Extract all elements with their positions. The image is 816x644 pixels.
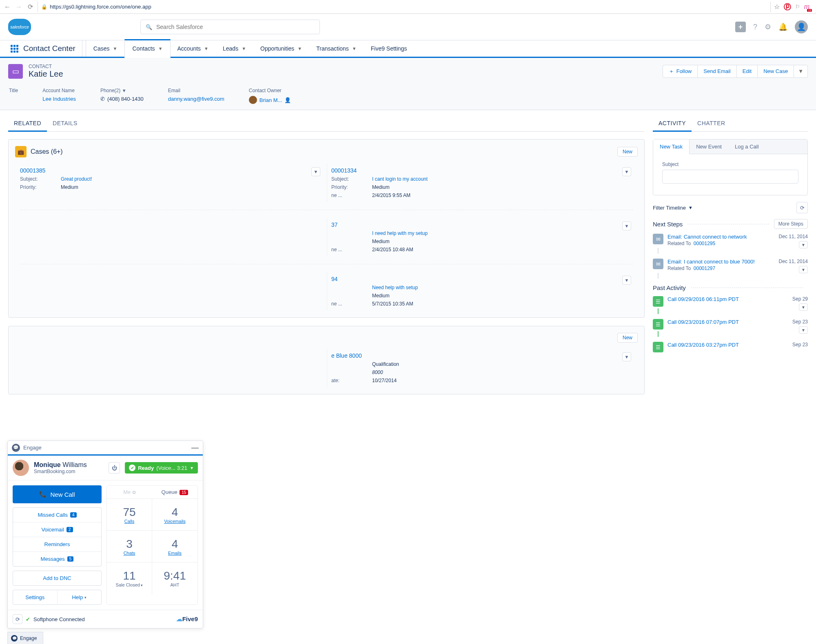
browser-toolbar: ← → ⟳ 🔒 https://gs0.lightning.force.com/…	[0, 0, 816, 14]
related-link[interactable]: 00001295	[694, 241, 715, 246]
url-bar[interactable]: 🔒 https://gs0.lightning.force.com/one/on…	[38, 2, 771, 12]
activity-title-link[interactable]: Call 09/23/2016 03:27pm PDT	[667, 342, 808, 348]
phone-value[interactable]: (408) 840-1430	[107, 96, 144, 102]
contact-object-icon: ▭	[8, 64, 23, 79]
new-case-related-button[interactable]: New	[617, 147, 638, 157]
acttab-new-event[interactable]: New Event	[690, 139, 728, 154]
tab-accounts[interactable]: Accounts▼	[170, 40, 216, 57]
case-item: 94 Need help with setup Medium ne ...5/7…	[331, 276, 633, 307]
case-action-menu[interactable]: ▼	[622, 276, 631, 285]
case-subject-link[interactable]: Great product!	[61, 176, 92, 182]
related-link[interactable]: 00001297	[694, 266, 715, 271]
change-owner-icon[interactable]: 👤	[284, 97, 291, 103]
tab-cases[interactable]: Cases▼	[86, 40, 125, 57]
tab-five9-settings[interactable]: Five9 Settings	[364, 40, 415, 57]
notifications-bell-icon[interactable]: 🔔	[778, 22, 787, 31]
extension-icon[interactable]: ⚐	[795, 4, 800, 10]
activity-menu[interactable]: ▼	[799, 326, 808, 334]
edit-button[interactable]: Edit	[736, 65, 758, 78]
case-number-link[interactable]: 00001385	[20, 167, 45, 174]
subject-input[interactable]	[662, 170, 798, 184]
user-avatar[interactable]: 👤	[795, 20, 808, 33]
activity-item: ☰ Call 09/23/2016 03:27pm PDT Sep 23	[653, 342, 808, 352]
new-case-button[interactable]: New Case	[757, 65, 794, 78]
subject-label: Subject	[662, 162, 798, 167]
activity-menu[interactable]: ▼	[799, 266, 808, 273]
subtab-chatter[interactable]: CHATTER	[692, 116, 731, 131]
owner-link[interactable]: Brian M...	[259, 97, 282, 103]
activity-item: ✉ Email: I cannot connect to blue 7000! …	[653, 259, 808, 271]
app-launcher[interactable]: Contact Center	[4, 40, 82, 57]
subtab-activity[interactable]: ACTIVITY	[653, 116, 692, 132]
reload-icon[interactable]: ⟳	[26, 3, 34, 11]
next-steps-heading: Next Steps	[653, 221, 683, 228]
right-subtabs: ACTIVITY CHATTER	[653, 116, 808, 132]
subtab-related[interactable]: RELATED	[8, 116, 47, 132]
refresh-timeline-button[interactable]: ⟳	[796, 202, 808, 213]
opportunity-item: e Blue 8000 Qualification 8000 ate:10/27…	[331, 352, 633, 383]
global-add-button[interactable]: +	[735, 22, 746, 32]
subtab-details[interactable]: DETAILS	[47, 116, 83, 131]
field-owner: Contact Owner Brian M... 👤	[249, 88, 291, 104]
app-launcher-icon	[11, 45, 18, 53]
case-subject-link[interactable]: I need help with my setup	[372, 230, 428, 236]
chevron-down-icon[interactable]: ▼	[122, 88, 126, 93]
help-icon[interactable]: ?	[753, 23, 757, 31]
search-input[interactable]	[156, 24, 315, 30]
setup-gear-icon[interactable]: ⚙	[765, 22, 771, 31]
account-link[interactable]: Lee Industries	[42, 96, 76, 102]
pinterest-icon[interactable]: ⓟ	[784, 2, 791, 12]
case-action-menu[interactable]: ▼	[622, 167, 631, 176]
opp-action-menu[interactable]: ▼	[622, 352, 631, 361]
forward-icon[interactable]: →	[15, 3, 23, 11]
acttab-new-task[interactable]: New Task	[653, 139, 690, 154]
activity-item: ✉ Email: Cannot connect to network Relat…	[653, 234, 808, 246]
activity-menu[interactable]: ▼	[799, 303, 808, 311]
case-number-link[interactable]: 00001334	[331, 167, 357, 174]
call-log-icon: ☰	[653, 319, 663, 330]
case-item: 00001334 Subject:I cant login to my acco…	[331, 167, 633, 198]
tab-leads[interactable]: Leads▼	[215, 40, 253, 57]
filter-timeline-button[interactable]: Filter Timeline ▼	[653, 205, 693, 211]
owner-avatar-icon	[249, 96, 257, 104]
activity-title-link[interactable]: Call 09/23/2016 07:07pm PDT	[667, 319, 808, 325]
opportunities-panel: New e Blue 8000 Qualification 8000 ate:1…	[8, 326, 645, 394]
activity-menu[interactable]: ▼	[799, 241, 808, 248]
case-number-link[interactable]: 37	[331, 221, 338, 228]
tab-opportunities[interactable]: Opportunities▼	[253, 40, 309, 57]
cases-panel: 💼 Cases (6+) New 00001385 Subject:Great …	[8, 139, 645, 318]
activity-time: Dec 11, 2014	[779, 259, 808, 264]
activity-time: Sep 23	[792, 319, 808, 325]
more-steps-button[interactable]: More Steps	[774, 219, 808, 229]
global-search[interactable]: 🔍	[140, 20, 320, 34]
app-nav-bar: Contact Center Cases▼ Contacts▼ Accounts…	[0, 40, 816, 58]
case-number-link[interactable]: 94	[331, 276, 338, 282]
case-subject-link[interactable]: I cant login to my account	[372, 176, 428, 182]
acttab-log-call[interactable]: Log a Call	[728, 139, 765, 154]
case-action-menu[interactable]: ▼	[622, 221, 631, 230]
new-opp-button[interactable]: New	[617, 333, 638, 343]
email-link[interactable]: danny.wang@five9.com	[168, 96, 224, 102]
lock-icon: 🔒	[41, 4, 47, 10]
phone-icon: ✆	[100, 96, 105, 102]
bookmark-star-icon[interactable]: ☆	[774, 3, 780, 11]
filter-timeline-row: Filter Timeline ▼ ⟳	[653, 202, 808, 213]
app-name: Contact Center	[23, 44, 75, 53]
send-email-button[interactable]: Send Email	[697, 65, 736, 78]
case-subject-link[interactable]: Need help with setup	[372, 285, 418, 290]
activity-title-link[interactable]: Call 09/29/2016 06:11pm PDT	[667, 296, 808, 302]
tab-transactions[interactable]: Transactions▼	[309, 40, 364, 57]
extension-m-icon[interactable]: m13	[804, 3, 809, 11]
opp-name-link[interactable]: e Blue 8000	[331, 352, 362, 359]
activity-item: ☰ Call 09/29/2016 06:11pm PDT Sep 29 ▼	[653, 296, 808, 307]
follow-button[interactable]: ＋Follow	[663, 65, 698, 78]
activity-time: Sep 29	[792, 296, 808, 302]
salesforce-logo-icon[interactable]: salesforce	[8, 19, 31, 35]
chevron-down-icon: ▼	[158, 46, 163, 51]
back-icon[interactable]: ←	[3, 3, 11, 11]
record-actions: ＋Follow Send Email Edit New Case ▼	[663, 65, 808, 78]
more-actions-button[interactable]: ▼	[794, 65, 808, 78]
case-action-menu[interactable]: ▼	[311, 167, 320, 176]
chevron-down-icon: ▼	[204, 46, 208, 51]
tab-contacts[interactable]: Contacts▼	[124, 39, 170, 58]
